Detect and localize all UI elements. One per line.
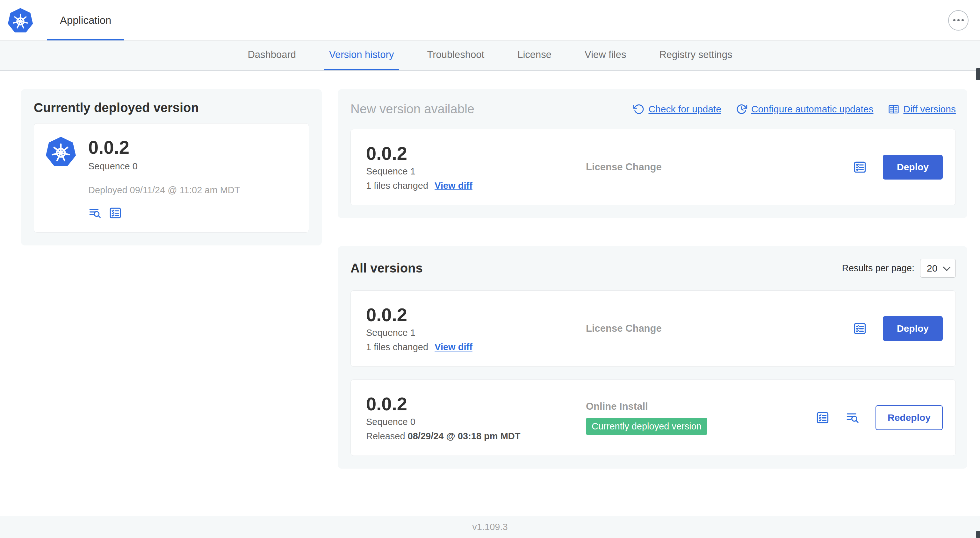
version-row: 0.0.2 Sequence 1 1 files changed View di…: [350, 290, 956, 367]
version-info: 0.0.2 Sequence 1 1 files changed View di…: [366, 305, 586, 352]
kubernetes-logo-icon: [46, 136, 76, 167]
deploy-button[interactable]: Deploy: [883, 155, 943, 179]
row-actions: Redeploy: [816, 405, 943, 430]
row-actions: Deploy: [853, 316, 943, 341]
source-label: License Change: [586, 323, 662, 334]
results-per-page-select-wrap: 20: [920, 259, 956, 278]
tab-registry-settings[interactable]: Registry settings: [654, 41, 737, 70]
new-version-actions: Check for update Configure automatic upd…: [633, 103, 956, 115]
tab-troubleshoot[interactable]: Troubleshoot: [422, 41, 489, 70]
preflight-checks-button[interactable]: [853, 160, 867, 174]
ellipsis-icon: [953, 19, 956, 21]
row-actions: Deploy: [853, 155, 943, 179]
tab-license[interactable]: License: [512, 41, 557, 70]
currently-deployed-badge: Currently deployed version: [586, 418, 707, 435]
version-source: License Change: [586, 161, 853, 173]
version-sequence: Sequence 1: [366, 166, 586, 177]
currently-deployed-title: Currently deployed version: [34, 101, 309, 115]
view-diff-link[interactable]: View diff: [434, 181, 473, 191]
released-date: 08/29/24 @ 03:18 pm MDT: [408, 431, 520, 441]
current-version-actions: [88, 206, 240, 220]
new-version-card: New version available Check for update: [338, 89, 967, 218]
scrollbar-artifact[interactable]: [976, 68, 980, 80]
tab-view-files[interactable]: View files: [579, 41, 631, 70]
view-diff-link[interactable]: View diff: [434, 342, 473, 352]
version-released-timestamp: Released 08/29/24 @ 03:18 pm MDT: [366, 431, 586, 441]
files-changed-row: 1 files changed View diff: [366, 181, 586, 191]
all-versions-card: All versions Results per page: 20 0.0.2 …: [338, 246, 967, 468]
all-versions-title: All versions: [350, 261, 423, 275]
scrollbar-artifact[interactable]: [976, 531, 980, 538]
new-version-header: New version available Check for update: [350, 102, 956, 116]
view-logs-button[interactable]: [88, 206, 102, 220]
more-options-button[interactable]: [948, 10, 969, 30]
files-changed-row: 1 files changed View diff: [366, 342, 586, 352]
version-number: 0.0.2: [366, 394, 586, 414]
version-sequence: Sequence 0: [366, 417, 586, 427]
currently-deployed-card: Currently deployed version: [21, 89, 322, 246]
checklist-icon: [853, 160, 867, 174]
top-header: Application: [0, 0, 980, 41]
tab-application[interactable]: Application: [47, 0, 124, 40]
admin-console-version: v1.109.3: [472, 522, 508, 532]
redeploy-button[interactable]: Redeploy: [875, 405, 943, 430]
new-version-title: New version available: [350, 102, 474, 116]
version-info: 0.0.2 Sequence 1 1 files changed View di…: [366, 143, 586, 191]
preflight-checks-button[interactable]: [109, 206, 122, 220]
all-versions-header: All versions Results per page: 20: [350, 259, 956, 278]
source-label: License Change: [586, 161, 662, 173]
deploy-button[interactable]: Deploy: [883, 316, 943, 341]
source-label: Online Install: [586, 401, 648, 412]
version-number: 0.0.2: [366, 305, 586, 325]
files-changed-label: 1 files changed: [366, 181, 428, 191]
current-version-sequence: Sequence 0: [88, 161, 240, 171]
version-number: 0.0.2: [366, 143, 586, 163]
new-version-row: 0.0.2 Sequence 1 1 files changed View di…: [350, 129, 956, 205]
checklist-icon: [853, 322, 867, 335]
tab-dashboard[interactable]: Dashboard: [242, 41, 301, 70]
version-sequence: Sequence 1: [366, 328, 586, 338]
diff-versions-link[interactable]: Diff versions: [888, 103, 956, 115]
refresh-icon: [633, 103, 644, 115]
main-content: Currently deployed version: [0, 71, 980, 516]
currently-deployed-version-card: 0.0.2 Sequence 0 Deployed 09/11/24 @ 11:…: [34, 123, 309, 233]
configure-automatic-updates-link[interactable]: Configure automatic updates: [736, 103, 873, 115]
lines-magnifier-icon: [88, 206, 102, 220]
current-version-deployed-timestamp: Deployed 09/11/24 @ 11:02 am MDT: [88, 185, 240, 195]
version-row: 0.0.2 Sequence 0 Released 08/29/24 @ 03:…: [350, 379, 956, 456]
app-tab-label: Application: [60, 14, 111, 26]
check-for-update-link[interactable]: Check for update: [633, 103, 721, 115]
version-info: 0.0.2 Sequence 0 Released 08/29/24 @ 03:…: [366, 394, 586, 441]
version-source: License Change: [586, 323, 853, 334]
current-version-number: 0.0.2: [88, 136, 240, 159]
results-per-page: Results per page: 20: [842, 259, 956, 278]
preflight-checks-button[interactable]: [853, 322, 867, 335]
lines-magnifier-icon: [846, 411, 859, 425]
checklist-icon: [109, 206, 122, 220]
released-prefix: Released: [366, 431, 405, 441]
kubernetes-logo-icon: [8, 8, 33, 33]
current-version-details: 0.0.2 Sequence 0 Deployed 09/11/24 @ 11:…: [88, 136, 240, 220]
app-subnav: Dashboard Version history Troubleshoot L…: [0, 41, 980, 71]
right-column: New version available Check for update: [338, 89, 967, 468]
version-source: Online Install Currently deployed versio…: [586, 401, 816, 435]
preflight-checks-button[interactable]: [816, 411, 830, 425]
files-changed-label: 1 files changed: [366, 342, 428, 352]
results-per-page-label: Results per page:: [842, 263, 914, 273]
page-footer: v1.109.3: [0, 516, 980, 538]
diff-icon: [888, 103, 899, 115]
tab-version-history[interactable]: Version history: [324, 41, 399, 70]
auto-update-clock-icon: [736, 103, 748, 115]
results-per-page-select[interactable]: 20: [920, 259, 956, 278]
checklist-icon: [816, 411, 830, 425]
view-logs-button[interactable]: [846, 411, 859, 425]
